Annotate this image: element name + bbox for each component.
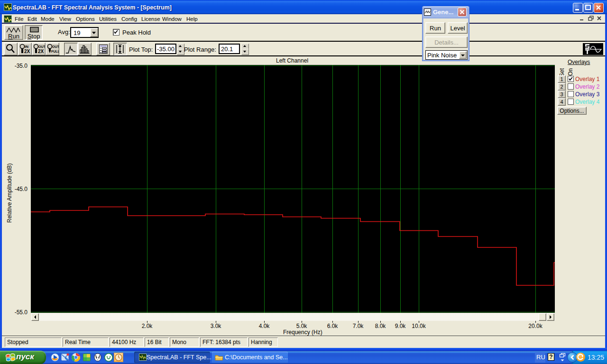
svg-text:2X: 2X <box>24 49 30 54</box>
svg-text:OUT: OUT <box>38 45 45 48</box>
svg-text:FULL: FULL <box>51 50 59 53</box>
svg-text:IN: IN <box>25 45 28 49</box>
svg-text:2X: 2X <box>38 49 44 54</box>
svg-text:OUT: OUT <box>52 45 59 48</box>
